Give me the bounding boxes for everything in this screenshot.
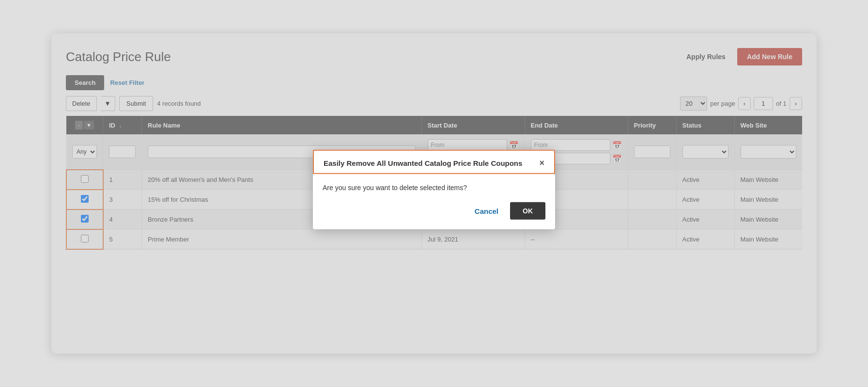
modal-cancel-button[interactable]: Cancel: [469, 202, 504, 220]
modal-ok-button[interactable]: OK: [510, 202, 545, 220]
modal-body-text: Are you sure you want to delete selected…: [323, 184, 545, 192]
modal-title: Easily Remove All Unwanted Catalog Price…: [324, 159, 522, 167]
modal-footer: Cancel OK: [313, 196, 555, 229]
modal-header: Easily Remove All Unwanted Catalog Price…: [313, 150, 555, 174]
confirm-modal: Easily Remove All Unwanted Catalog Price…: [313, 150, 555, 229]
modal-close-button[interactable]: ×: [539, 159, 544, 167]
outer-card: Catalog Price Rule Apply Rules Add New R…: [51, 33, 817, 354]
modal-body: Are you sure you want to delete selected…: [313, 174, 555, 196]
